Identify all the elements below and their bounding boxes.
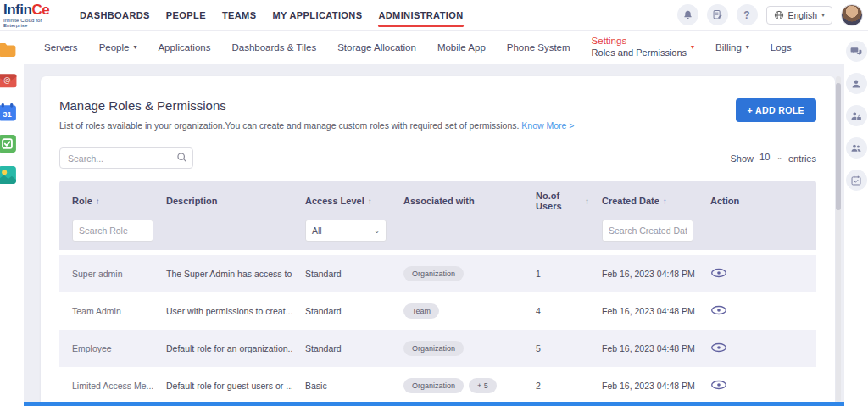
scrollbar-thumb[interactable] — [836, 83, 841, 210]
nav-people[interactable]: PEOPLE — [166, 5, 206, 25]
know-more-link[interactable]: Know More > — [521, 120, 574, 131]
access-level-cell: Basic — [292, 381, 391, 391]
feedback-button[interactable] — [707, 4, 728, 25]
search-input[interactable] — [59, 147, 193, 169]
page-title: Manage Roles & Permissions — [59, 98, 574, 113]
brand-logo[interactable]: InfinCe Infinite Cloud for Enterprise — [3, 3, 56, 28]
subnav-storage-allocation[interactable]: Storage Allocation — [337, 42, 416, 53]
description-cell: Default role for guest users or ... — [153, 381, 292, 391]
schedule-panel-button[interactable] — [846, 170, 867, 191]
active-sort-arrow-icon: ↑ — [663, 197, 667, 206]
subnav-applications[interactable]: Applications — [158, 42, 210, 53]
subnav-settings-current-page: Roles and Permissions — [592, 47, 687, 59]
card-header: Manage Roles & Permissions List of roles… — [41, 76, 835, 131]
calendar-check-icon — [850, 175, 862, 186]
subnav-people[interactable]: People▾ — [99, 42, 137, 53]
chevron-down-icon: ⌄ — [374, 227, 380, 235]
chevron-down-icon: ▾ — [821, 11, 825, 19]
top-header: InfinCe Infinite Cloud for Enterprise DA… — [0, 0, 868, 31]
assign-user-panel-button[interactable] — [846, 105, 867, 126]
globe-icon — [774, 10, 784, 20]
table-row: Team Admin User with permissions to crea… — [59, 292, 816, 330]
users-count-cell: 2 — [523, 381, 589, 391]
subnav-servers[interactable]: Servers — [44, 42, 78, 53]
calendar-app-icon[interactable]: 31 — [0, 102, 18, 123]
svg-text:@: @ — [3, 75, 10, 84]
svg-text:31: 31 — [3, 110, 11, 119]
person-briefcase-icon — [850, 110, 862, 122]
gallery-app-icon[interactable] — [0, 164, 18, 186]
sort-arrow-icon: ↑ — [368, 197, 372, 206]
help-button[interactable]: ? — [737, 4, 758, 25]
subnav-settings[interactable]: Settings Roles and Permissions ▾ — [592, 35, 695, 58]
column-header-no-of-users[interactable]: No.of Users↑ — [523, 191, 589, 211]
table-header: Role↑ Description Access Level↑ Associat… — [59, 181, 816, 250]
association-badge: Team — [403, 303, 439, 319]
chevron-down-icon: ▾ — [746, 43, 749, 51]
bell-icon — [682, 9, 693, 20]
page-description: List of roles available in your organiza… — [59, 120, 574, 131]
subnav-dashboards-tiles[interactable]: Dashboards & Tiles — [231, 42, 316, 53]
role-filter-input[interactable] — [72, 220, 153, 242]
table-body: Super admin The Super Admin has access t… — [59, 255, 816, 406]
description-cell: User with permissions to creat... — [153, 306, 292, 316]
language-selector[interactable]: English ▾ — [766, 6, 832, 25]
column-header-description: Description — [153, 191, 292, 211]
role-cell: Team Admin — [59, 306, 153, 316]
access-level-cell: Standard — [292, 306, 391, 316]
subnav-mobile-app[interactable]: Mobile App — [437, 42, 486, 53]
mail-app-icon[interactable]: @ — [0, 70, 18, 92]
created-date-filter-input[interactable] — [602, 220, 693, 242]
column-header-role[interactable]: Role↑ — [59, 191, 153, 211]
column-header-access-level[interactable]: Access Level↑ — [292, 191, 391, 211]
created-date-cell: Feb 16, 2023 04:48 PM — [589, 306, 698, 316]
view-role-button[interactable] — [710, 268, 727, 278]
subnav-logs[interactable]: Logs — [771, 42, 792, 53]
users-count-cell: 5 — [523, 343, 589, 353]
nav-dashboards[interactable]: DASHBOARDS — [80, 5, 150, 25]
view-role-button[interactable] — [710, 342, 727, 353]
content-scrollbar[interactable] — [836, 76, 841, 402]
view-role-button[interactable] — [710, 305, 727, 315]
roles-permissions-card: Manage Roles & Permissions List of roles… — [41, 76, 835, 406]
view-role-button[interactable] — [710, 380, 727, 390]
more-associations-badge[interactable]: + 5 — [469, 378, 497, 393]
created-date-cell: Feb 16, 2023 04:48 PM — [589, 343, 698, 353]
nav-administration[interactable]: ADMINISTRATION — [378, 5, 463, 25]
notifications-button[interactable] — [677, 4, 698, 25]
tasks-app-icon[interactable] — [0, 133, 18, 154]
nav-my-applications[interactable]: MY APPLICATIONS — [272, 5, 362, 25]
add-role-button[interactable]: + ADD ROLE — [736, 98, 817, 122]
admin-sub-nav: Servers People▾ Applications Dashboards … — [24, 31, 844, 64]
roles-table: Role↑ Description Access Level↑ Associat… — [59, 181, 816, 406]
chat-panel-button[interactable] — [846, 41, 867, 62]
nav-teams[interactable]: TEAMS — [222, 5, 257, 25]
table-filter-row: All ⌄ — [59, 220, 816, 242]
access-level-cell: Standard — [292, 343, 391, 353]
files-app-icon[interactable] — [0, 39, 18, 60]
person-icon — [850, 78, 862, 90]
associated-with-cell: Organization+ 5 — [391, 378, 523, 393]
created-date-cell: Feb 16, 2023 04:48 PM — [589, 269, 698, 279]
global-search — [59, 147, 193, 169]
right-tool-dock — [844, 41, 868, 191]
user-avatar[interactable] — [841, 4, 863, 26]
chat-icon — [850, 46, 862, 58]
language-label: English — [788, 10, 817, 20]
access-level-filter-select[interactable]: All ⌄ — [305, 220, 387, 242]
subnav-billing[interactable]: Billing▾ — [715, 42, 749, 53]
column-header-action: Action — [698, 191, 816, 211]
association-badge: Organization — [403, 266, 464, 281]
chevron-down-icon: ⌄ — [776, 153, 782, 161]
column-header-created-date[interactable]: Created Date↑ — [589, 191, 698, 211]
groups-panel-button[interactable] — [846, 137, 867, 159]
chevron-down-icon: ▾ — [133, 43, 136, 51]
created-date-cell: Feb 16, 2023 04:48 PM — [589, 381, 698, 391]
description-cell: Default role for an organization... — [153, 343, 292, 353]
entries-per-page-select[interactable]: 10 ⌄ — [758, 152, 784, 164]
search-icon — [176, 152, 187, 163]
table-row: Limited Access Me... Default role for gu… — [59, 367, 816, 404]
contacts-panel-button[interactable] — [846, 73, 867, 94]
show-entries-suffix: entries — [788, 153, 816, 164]
subnav-phone-system[interactable]: Phone System — [507, 42, 570, 53]
